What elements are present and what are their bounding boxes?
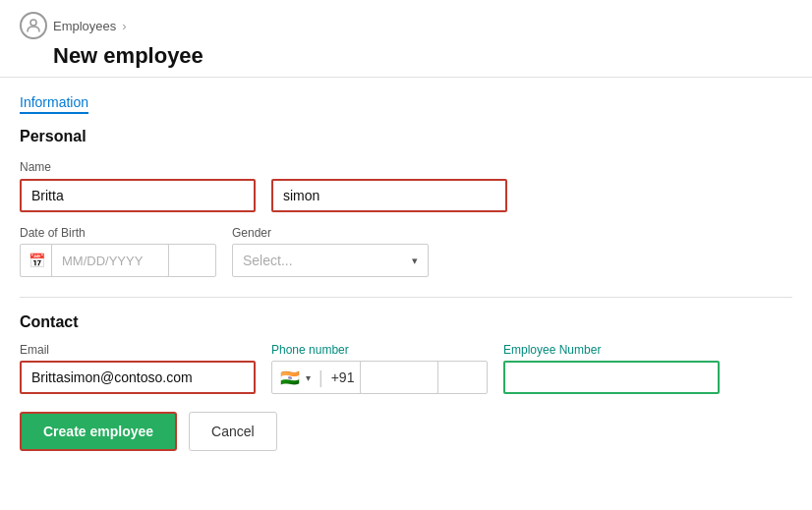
empnum-field-container: Employee Number bbox=[503, 343, 720, 394]
page-container: Employees › New employee Information Per… bbox=[0, 0, 812, 510]
gender-field: Gender Select... ▾ bbox=[232, 226, 429, 277]
dob-field: Date of Birth 📅 bbox=[20, 226, 216, 277]
phone-separator: | bbox=[319, 368, 323, 388]
gender-select[interactable]: Select... ▾ bbox=[232, 244, 429, 277]
section-divider bbox=[20, 297, 792, 298]
gender-label: Gender bbox=[232, 226, 429, 240]
dob-wrapper[interactable]: 📅 bbox=[20, 244, 216, 277]
phone-wrapper[interactable]: 🇮🇳 ▾ | +91 bbox=[271, 361, 488, 394]
phone-label: Phone number bbox=[271, 343, 488, 357]
email-label: Email bbox=[20, 343, 256, 357]
name-label: Name bbox=[20, 160, 51, 174]
email-input[interactable] bbox=[20, 361, 256, 394]
personal-section-title: Personal bbox=[20, 128, 792, 145]
breadcrumb-label: Employees bbox=[53, 19, 116, 33]
actions-bar: Create employee Cancel bbox=[20, 412, 792, 451]
gender-placeholder: Select... bbox=[243, 253, 293, 268]
content-area: Information Personal Name Date of Birth … bbox=[0, 78, 812, 510]
empnum-input[interactable] bbox=[503, 361, 720, 394]
dob-label: Date of Birth bbox=[20, 226, 216, 240]
first-name-input[interactable] bbox=[20, 179, 256, 212]
dob-input[interactable] bbox=[51, 244, 169, 277]
page-title: New employee bbox=[53, 43, 792, 69]
first-name-field bbox=[20, 179, 256, 212]
header: Employees › New employee bbox=[0, 0, 812, 78]
employee-icon bbox=[20, 12, 47, 39]
empnum-label: Employee Number bbox=[503, 343, 720, 357]
phone-dropdown-arrow[interactable]: ▾ bbox=[306, 372, 311, 383]
last-name-input[interactable] bbox=[271, 179, 507, 212]
last-name-field bbox=[271, 179, 507, 212]
breadcrumb: Employees › bbox=[20, 12, 792, 39]
breadcrumb-chevron: › bbox=[122, 19, 126, 33]
calendar-icon: 📅 bbox=[29, 253, 45, 268]
contact-section: Contact Email Phone number 🇮🇳 ▾ | +91 bbox=[20, 313, 792, 451]
create-employee-button[interactable]: Create employee bbox=[20, 412, 177, 451]
email-field-container: Email bbox=[20, 343, 256, 394]
contact-section-title: Contact bbox=[20, 313, 792, 331]
svg-point-0 bbox=[30, 20, 36, 26]
contact-fields-group: Email Phone number 🇮🇳 ▾ | +91 Employee N… bbox=[20, 343, 792, 394]
india-flag-icon: 🇮🇳 bbox=[280, 368, 300, 387]
dob-gender-group: Date of Birth 📅 Gender Select... ▾ bbox=[20, 226, 792, 277]
chevron-down-icon: ▾ bbox=[412, 255, 418, 267]
phone-field-container: Phone number 🇮🇳 ▾ | +91 bbox=[271, 343, 488, 394]
name-field-group bbox=[20, 179, 792, 212]
phone-code: +91 bbox=[331, 369, 355, 385]
phone-input[interactable] bbox=[360, 361, 438, 394]
tab-information[interactable]: Information bbox=[20, 94, 88, 114]
cancel-button[interactable]: Cancel bbox=[189, 412, 277, 451]
personal-section: Personal Name Date of Birth 📅 bbox=[20, 128, 792, 277]
